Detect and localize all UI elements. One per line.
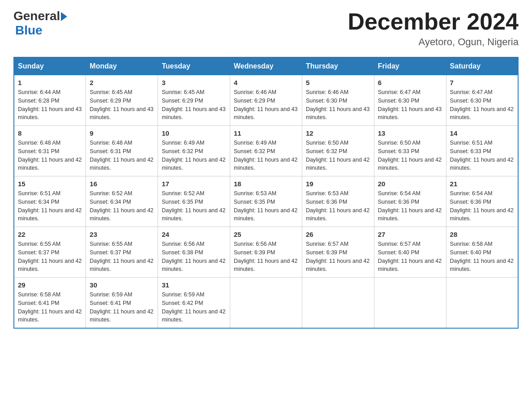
location-title: Ayetoro, Ogun, Nigeria	[348, 36, 519, 48]
weekday-header-monday: Monday	[86, 57, 158, 75]
calendar-cell: 25 Sunrise: 6:56 AMSunset: 6:39 PMDaylig…	[230, 227, 302, 278]
calendar-cell: 10 Sunrise: 6:49 AMSunset: 6:32 PMDaylig…	[158, 126, 230, 176]
day-number: 13	[378, 129, 442, 137]
weekday-header-sunday: Sunday	[14, 57, 86, 75]
calendar-cell: 24 Sunrise: 6:56 AMSunset: 6:38 PMDaylig…	[158, 227, 230, 278]
weekday-header-wednesday: Wednesday	[230, 57, 302, 75]
day-info: Sunrise: 6:59 AMSunset: 6:42 PMDaylight:…	[162, 291, 225, 323]
day-number: 11	[234, 129, 298, 137]
calendar-table: SundayMondayTuesdayWednesdayThursdayFrid…	[13, 57, 519, 329]
day-number: 9	[90, 129, 154, 137]
day-info: Sunrise: 6:55 AMSunset: 6:37 PMDaylight:…	[90, 241, 153, 272]
calendar-cell: 2 Sunrise: 6:45 AMSunset: 6:29 PMDayligh…	[86, 75, 158, 126]
day-info: Sunrise: 6:58 AMSunset: 6:41 PMDaylight:…	[18, 291, 82, 323]
calendar-cell: 29 Sunrise: 6:58 AMSunset: 6:41 PMDaylig…	[14, 278, 86, 329]
calendar-cell: 8 Sunrise: 6:48 AMSunset: 6:31 PMDayligh…	[14, 126, 86, 176]
calendar-cell	[374, 278, 446, 329]
calendar-cell: 12 Sunrise: 6:50 AMSunset: 6:32 PMDaylig…	[302, 126, 374, 176]
calendar-cell: 26 Sunrise: 6:57 AMSunset: 6:39 PMDaylig…	[302, 227, 374, 278]
weekday-header-tuesday: Tuesday	[158, 57, 230, 75]
logo: General Blue	[13, 9, 67, 38]
day-info: Sunrise: 6:56 AMSunset: 6:38 PMDaylight:…	[162, 241, 225, 272]
calendar-cell: 14 Sunrise: 6:51 AMSunset: 6:33 PMDaylig…	[446, 126, 518, 176]
day-info: Sunrise: 6:49 AMSunset: 6:32 PMDaylight:…	[234, 140, 297, 171]
calendar-week-row: 22 Sunrise: 6:55 AMSunset: 6:37 PMDaylig…	[14, 227, 518, 278]
day-number: 10	[162, 129, 226, 137]
day-info: Sunrise: 6:57 AMSunset: 6:39 PMDaylight:…	[306, 241, 369, 272]
weekday-header-thursday: Thursday	[302, 57, 374, 75]
day-number: 19	[306, 180, 370, 188]
day-info: Sunrise: 6:48 AMSunset: 6:31 PMDaylight:…	[90, 140, 153, 171]
day-info: Sunrise: 6:55 AMSunset: 6:37 PMDaylight:…	[18, 241, 82, 272]
calendar-cell	[230, 278, 302, 329]
day-info: Sunrise: 6:48 AMSunset: 6:31 PMDaylight:…	[18, 140, 82, 171]
calendar-cell: 3 Sunrise: 6:45 AMSunset: 6:29 PMDayligh…	[158, 75, 230, 126]
day-number: 4	[234, 79, 298, 86]
calendar-cell: 1 Sunrise: 6:44 AMSunset: 6:28 PMDayligh…	[14, 75, 86, 126]
day-number: 27	[378, 231, 442, 238]
day-number: 23	[90, 231, 154, 238]
logo-general-text: General	[13, 9, 60, 23]
day-number: 7	[450, 79, 514, 86]
day-number: 21	[450, 180, 514, 188]
day-info: Sunrise: 6:50 AMSunset: 6:33 PMDaylight:…	[378, 140, 442, 171]
calendar-cell: 20 Sunrise: 6:54 AMSunset: 6:36 PMDaylig…	[374, 176, 446, 227]
calendar-cell: 17 Sunrise: 6:52 AMSunset: 6:35 PMDaylig…	[158, 176, 230, 227]
day-number: 8	[18, 129, 82, 137]
calendar-cell: 9 Sunrise: 6:48 AMSunset: 6:31 PMDayligh…	[86, 126, 158, 176]
day-info: Sunrise: 6:59 AMSunset: 6:41 PMDaylight:…	[90, 291, 153, 323]
calendar-week-row: 29 Sunrise: 6:58 AMSunset: 6:41 PMDaylig…	[14, 278, 518, 329]
day-number: 6	[378, 79, 442, 86]
calendar-cell: 5 Sunrise: 6:46 AMSunset: 6:30 PMDayligh…	[302, 75, 374, 126]
calendar-week-row: 15 Sunrise: 6:51 AMSunset: 6:34 PMDaylig…	[14, 176, 518, 227]
day-number: 26	[306, 231, 370, 238]
calendar-week-row: 1 Sunrise: 6:44 AMSunset: 6:28 PMDayligh…	[14, 75, 518, 126]
day-number: 25	[234, 231, 298, 238]
calendar-cell: 27 Sunrise: 6:57 AMSunset: 6:40 PMDaylig…	[374, 227, 446, 278]
day-number: 28	[450, 231, 514, 238]
calendar-cell: 22 Sunrise: 6:55 AMSunset: 6:37 PMDaylig…	[14, 227, 86, 278]
calendar-cell: 7 Sunrise: 6:47 AMSunset: 6:30 PMDayligh…	[446, 75, 518, 126]
day-info: Sunrise: 6:54 AMSunset: 6:36 PMDaylight:…	[450, 190, 514, 222]
calendar-header-row: SundayMondayTuesdayWednesdayThursdayFrid…	[14, 57, 518, 75]
day-number: 1	[18, 79, 82, 86]
day-info: Sunrise: 6:46 AMSunset: 6:29 PMDaylight:…	[234, 89, 297, 120]
day-number: 16	[90, 180, 154, 188]
calendar-cell: 28 Sunrise: 6:58 AMSunset: 6:40 PMDaylig…	[446, 227, 518, 278]
calendar-week-row: 8 Sunrise: 6:48 AMSunset: 6:31 PMDayligh…	[14, 126, 518, 176]
day-info: Sunrise: 6:58 AMSunset: 6:40 PMDaylight:…	[450, 241, 514, 272]
day-number: 3	[162, 79, 226, 86]
day-number: 29	[18, 281, 82, 289]
calendar-cell: 19 Sunrise: 6:53 AMSunset: 6:36 PMDaylig…	[302, 176, 374, 227]
day-info: Sunrise: 6:47 AMSunset: 6:30 PMDaylight:…	[450, 89, 514, 120]
day-info: Sunrise: 6:53 AMSunset: 6:35 PMDaylight:…	[234, 190, 297, 222]
day-info: Sunrise: 6:53 AMSunset: 6:36 PMDaylight:…	[306, 190, 369, 222]
calendar-cell	[446, 278, 518, 329]
day-number: 14	[450, 129, 514, 137]
calendar-cell: 18 Sunrise: 6:53 AMSunset: 6:35 PMDaylig…	[230, 176, 302, 227]
day-info: Sunrise: 6:50 AMSunset: 6:32 PMDaylight:…	[306, 140, 369, 171]
day-number: 30	[90, 281, 154, 289]
day-info: Sunrise: 6:52 AMSunset: 6:35 PMDaylight:…	[162, 190, 225, 222]
day-number: 22	[18, 231, 82, 238]
day-number: 15	[18, 180, 82, 188]
day-info: Sunrise: 6:57 AMSunset: 6:40 PMDaylight:…	[378, 241, 442, 272]
day-info: Sunrise: 6:44 AMSunset: 6:28 PMDaylight:…	[18, 89, 82, 120]
day-info: Sunrise: 6:45 AMSunset: 6:29 PMDaylight:…	[162, 89, 225, 120]
day-info: Sunrise: 6:46 AMSunset: 6:30 PMDaylight:…	[306, 89, 369, 120]
weekday-header-saturday: Saturday	[446, 57, 518, 75]
calendar-cell	[302, 278, 374, 329]
calendar-cell: 11 Sunrise: 6:49 AMSunset: 6:32 PMDaylig…	[230, 126, 302, 176]
logo-arrow-icon	[61, 12, 67, 21]
calendar-cell: 13 Sunrise: 6:50 AMSunset: 6:33 PMDaylig…	[374, 126, 446, 176]
calendar-cell: 21 Sunrise: 6:54 AMSunset: 6:36 PMDaylig…	[446, 176, 518, 227]
day-info: Sunrise: 6:47 AMSunset: 6:30 PMDaylight:…	[378, 89, 442, 120]
calendar-cell: 6 Sunrise: 6:47 AMSunset: 6:30 PMDayligh…	[374, 75, 446, 126]
day-number: 24	[162, 231, 226, 238]
day-number: 2	[90, 79, 154, 86]
calendar-cell: 15 Sunrise: 6:51 AMSunset: 6:34 PMDaylig…	[14, 176, 86, 227]
month-title: December 2024	[348, 9, 519, 34]
day-info: Sunrise: 6:54 AMSunset: 6:36 PMDaylight:…	[378, 190, 442, 222]
day-info: Sunrise: 6:51 AMSunset: 6:33 PMDaylight:…	[450, 140, 514, 171]
page-header: General Blue December 2024 Ayetoro, Ogun…	[13, 9, 519, 48]
